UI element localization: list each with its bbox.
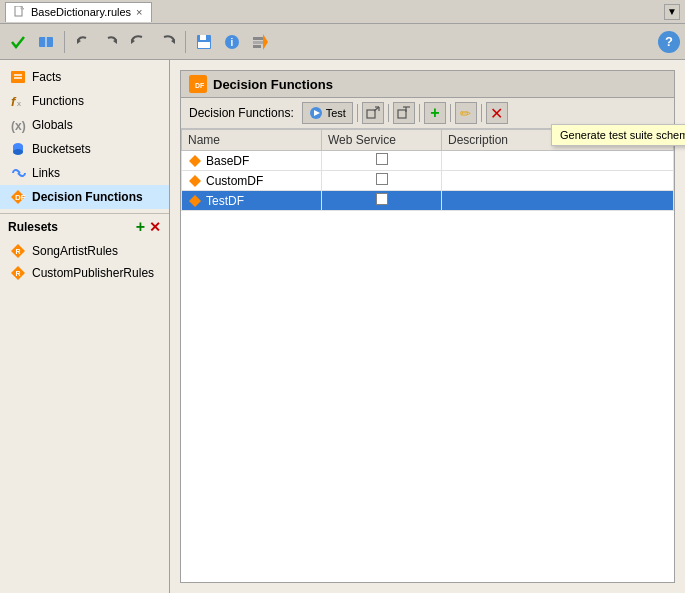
svg-rect-36 xyxy=(367,110,375,118)
decision-functions-panel: DF Decision Functions Decision Functions… xyxy=(180,70,675,583)
svg-rect-9 xyxy=(200,35,206,40)
row-webservice-testdf[interactable] xyxy=(322,191,442,211)
svg-marker-45 xyxy=(189,195,201,207)
svg-rect-15 xyxy=(253,45,261,48)
df-title-icon: DF xyxy=(189,75,207,93)
title-bar: BaseDictionary.rules × ▼ xyxy=(0,0,685,24)
ruleset-label-custompublisher: CustomPublisherRules xyxy=(32,266,154,280)
sidebar-label-facts: Facts xyxy=(32,70,61,84)
df-sep-5 xyxy=(481,104,482,122)
svg-rect-10 xyxy=(198,42,210,48)
sidebar-label-bucketsets: Bucketsets xyxy=(32,142,91,156)
row-webservice-customdf[interactable] xyxy=(322,171,442,191)
sidebar-label-links: Links xyxy=(32,166,60,180)
redo-btn[interactable] xyxy=(98,29,124,55)
title-bar-right: ▼ xyxy=(664,4,680,20)
sidebar-label-decision-functions: Decision Functions xyxy=(32,190,143,204)
help-btn[interactable]: ? xyxy=(658,31,680,53)
svg-text:DF: DF xyxy=(15,193,26,202)
sidebar-item-globals[interactable]: (x) Globals xyxy=(0,113,169,137)
ruleset-item-custompublisher[interactable]: R CustomPublisherRules xyxy=(0,262,169,284)
sidebar-item-functions[interactable]: f x Functions xyxy=(0,89,169,113)
svg-text:i: i xyxy=(231,37,234,48)
info-btn[interactable]: i xyxy=(219,29,245,55)
svg-text:(x): (x) xyxy=(11,119,26,133)
main-layout: Facts f x Functions (x) Globals xyxy=(0,60,685,593)
svg-text:DF: DF xyxy=(195,82,205,89)
df-sep-3 xyxy=(419,104,420,122)
sidebar-item-bucketsets[interactable]: Bucketsets xyxy=(0,137,169,161)
svg-rect-17 xyxy=(11,71,25,83)
toolbar-right: ? xyxy=(658,31,680,53)
table-row[interactable]: CustomDF xyxy=(182,171,674,191)
df-export-btn[interactable] xyxy=(362,102,384,124)
undo-btn[interactable] xyxy=(70,29,96,55)
df-delete-btn[interactable]: ✕ xyxy=(486,102,508,124)
svg-marker-44 xyxy=(189,175,201,187)
save-btn[interactable] xyxy=(191,29,217,55)
window-dropdown-btn[interactable]: ▼ xyxy=(664,4,680,20)
ruleset-label-songartist: SongArtistRules xyxy=(32,244,118,258)
svg-text:x: x xyxy=(17,99,21,108)
row-desc-testdf xyxy=(442,191,674,211)
ruleset-item-songartist[interactable]: R SongArtistRules xyxy=(0,240,169,262)
df-toolbar-label: Decision Functions: xyxy=(189,106,294,120)
row-desc-basedf xyxy=(442,151,674,171)
sidebar-item-facts[interactable]: Facts xyxy=(0,65,169,89)
row-name-testdf: TestDF xyxy=(182,191,322,211)
df-sep-2 xyxy=(388,104,389,122)
checkmark-btn[interactable] xyxy=(5,29,31,55)
redo2-btn[interactable] xyxy=(154,29,180,55)
checkbox-basedf-ws[interactable] xyxy=(376,153,388,165)
df-sep-1 xyxy=(357,104,358,122)
ruleset-custompublisher-icon: R xyxy=(10,265,26,281)
col-header-name: Name xyxy=(182,130,322,151)
facts-icon xyxy=(10,69,26,85)
row-webservice-basedf[interactable] xyxy=(322,151,442,171)
undo2-btn[interactable] xyxy=(126,29,152,55)
svg-rect-40 xyxy=(398,110,406,118)
globals-icon: (x) xyxy=(10,117,26,133)
sidebar-item-decision-functions[interactable]: DF Decision Functions xyxy=(0,185,169,209)
open-book-btn[interactable] xyxy=(33,29,59,55)
sidebar-label-globals: Globals xyxy=(32,118,73,132)
rulesets-add-btn[interactable]: + xyxy=(136,218,145,236)
table-row[interactable]: BaseDF xyxy=(182,151,674,171)
main-toolbar: i ? xyxy=(0,24,685,60)
svg-text:R: R xyxy=(16,270,21,277)
df-test-label: Test xyxy=(326,107,346,119)
df-panel-header: DF Decision Functions xyxy=(181,71,674,98)
svg-rect-13 xyxy=(253,37,263,40)
checkbox-customdf-ws[interactable] xyxy=(376,173,388,185)
df-add-btn[interactable]: + xyxy=(424,102,446,124)
sidebar-item-links[interactable]: Links xyxy=(0,161,169,185)
title-tab[interactable]: BaseDictionary.rules × xyxy=(5,2,152,22)
df-toolbar: Decision Functions: Test xyxy=(181,98,674,129)
build-btn[interactable] xyxy=(247,29,273,55)
row-desc-customdf xyxy=(442,171,674,191)
tab-file-icon xyxy=(14,6,26,18)
df-panel-title: Decision Functions xyxy=(213,77,333,92)
sidebar-label-functions: Functions xyxy=(32,94,84,108)
tab-label: BaseDictionary.rules xyxy=(31,6,131,18)
svg-text:R: R xyxy=(16,248,21,255)
df-edit-btn[interactable]: ✏ xyxy=(455,102,477,124)
row-name-customdf: CustomDF xyxy=(182,171,322,191)
rulesets-delete-btn[interactable]: ✕ xyxy=(149,219,161,235)
rulesets-header: Rulesets + ✕ xyxy=(0,213,169,240)
tab-close-btn[interactable]: × xyxy=(136,6,142,18)
row-name-basedf: BaseDF xyxy=(182,151,322,171)
df-test-btn[interactable]: Test xyxy=(302,102,353,124)
links-icon xyxy=(10,165,26,181)
decision-functions-icon: DF xyxy=(10,189,26,205)
svg-marker-16 xyxy=(263,34,268,50)
df-table: Name Web Service Description xyxy=(181,129,674,582)
df-import-btn[interactable] xyxy=(393,102,415,124)
table-row[interactable]: TestDF xyxy=(182,191,674,211)
bucketsets-icon xyxy=(10,141,26,157)
rulesets-label: Rulesets xyxy=(8,220,58,234)
ruleset-songartist-icon: R xyxy=(10,243,26,259)
df-sep-4 xyxy=(450,104,451,122)
toolbar-separator-2 xyxy=(185,31,186,53)
checkbox-testdf-ws[interactable] xyxy=(376,193,388,205)
